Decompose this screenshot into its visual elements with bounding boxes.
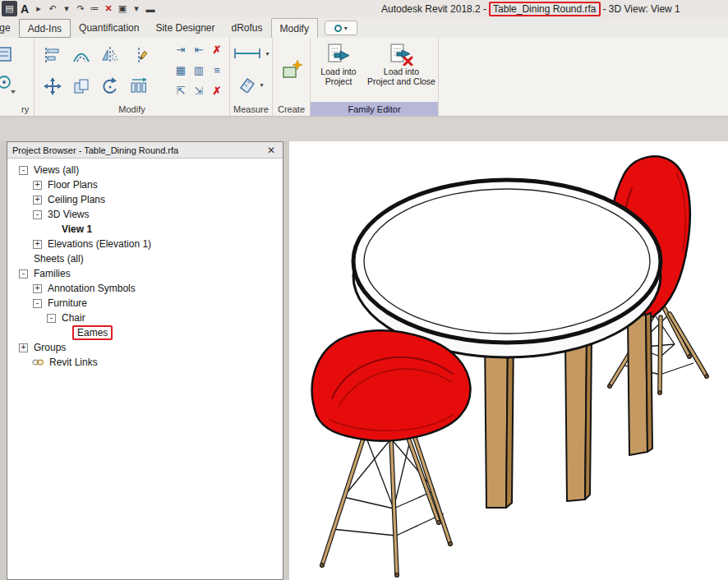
delete-icon[interactable]: ✗ bbox=[208, 81, 226, 101]
project-browser: Project Browser - Table_Dining Round.rfa… bbox=[7, 141, 283, 580]
expand-icon[interactable]: + bbox=[33, 240, 42, 249]
clipped-tool-dropdown-icon[interactable] bbox=[0, 74, 16, 99]
ruler-icon bbox=[238, 76, 258, 93]
ribbon-tabs: nageAdd-InsQuantificationSite DesignerdR… bbox=[0, 18, 318, 38]
measure-panel-label[interactable]: Measure bbox=[230, 102, 272, 116]
tab-nage[interactable]: nage bbox=[0, 18, 19, 38]
family-editor-panel-label: Family Editor bbox=[311, 102, 438, 116]
project-browser-title: Project Browser - Table_Dining Round.rfa bbox=[12, 145, 178, 155]
undo-icon[interactable]: ↶ bbox=[46, 1, 59, 16]
cope-icon[interactable]: ≡ bbox=[208, 60, 226, 81]
tree-item-3d-views[interactable]: -3D Views bbox=[7, 207, 283, 222]
tree-item-families[interactable]: -Families bbox=[7, 266, 283, 281]
array-icon[interactable] bbox=[124, 71, 153, 102]
app-menu-icon[interactable]: ▤ bbox=[2, 1, 17, 16]
collapse-icon[interactable]: - bbox=[19, 269, 28, 278]
tree-item-label: Families bbox=[32, 268, 72, 279]
align-icon[interactable] bbox=[38, 39, 67, 71]
pin-icon[interactable]: ⇱ bbox=[172, 81, 190, 101]
unpin-icon[interactable]: ⇲ bbox=[190, 81, 208, 101]
tree-item-view-1[interactable]: View 1 bbox=[7, 222, 283, 237]
tree-item-groups[interactable]: +Groups bbox=[7, 340, 283, 355]
tree-item-annotation-symbols[interactable]: +Annotation Symbols bbox=[7, 281, 283, 296]
trim-extend-single-icon[interactable]: ⇤ bbox=[190, 39, 208, 60]
ribbon-tab-row: nageAdd-InsQuantificationSite DesignerdR… bbox=[0, 18, 728, 38]
expand-icon[interactable]: + bbox=[33, 284, 42, 293]
tree-item-label: View 1 bbox=[60, 223, 94, 235]
mirror-pick-axis-icon[interactable] bbox=[95, 39, 124, 71]
window-title-filename-highlight: Table_Dining Round.rfa bbox=[489, 2, 600, 16]
clipped-tool-icon[interactable] bbox=[0, 44, 14, 69]
tree-item-chair[interactable]: -Chair bbox=[7, 311, 283, 325]
tree-item-sheets-all-[interactable]: Sheets (all) bbox=[7, 251, 283, 266]
rotate-icon[interactable] bbox=[95, 71, 124, 102]
customize-qat-icon[interactable]: ▬ bbox=[144, 1, 157, 16]
tree-item-label: Furniture bbox=[46, 297, 89, 309]
collapse-icon[interactable]: - bbox=[47, 314, 56, 323]
tree-item-ceiling-plans[interactable]: +Ceiling Plans bbox=[7, 192, 283, 207]
tree-item-label: Eames bbox=[72, 325, 113, 340]
window-title-suffix: - 3D View: View 1 bbox=[603, 3, 680, 15]
tree-item-label: Revit Links bbox=[48, 357, 99, 368]
create-panel-label[interactable]: Create bbox=[273, 102, 310, 116]
modify-small-tools: ⇥ ⇤ ✗ ▦ ▥ ≡ ⇱ ⇲ ✗ bbox=[172, 39, 226, 101]
close-icon[interactable]: ✕ bbox=[265, 145, 278, 156]
tree-item-views-all-[interactable]: -Views (all) bbox=[7, 163, 283, 177]
modify-panel-label[interactable]: Modify bbox=[35, 102, 229, 116]
create-component-icon[interactable] bbox=[280, 58, 303, 81]
tree-item-eames[interactable]: Eames bbox=[7, 325, 283, 340]
load-into-project-label: Load into Project bbox=[320, 67, 356, 86]
switch-windows-caret[interactable]: ▾ bbox=[130, 1, 143, 16]
move-icon[interactable] bbox=[38, 71, 67, 102]
tree-item-floor-plans[interactable]: +Floor Plans bbox=[7, 177, 283, 192]
redo-icon[interactable]: ↷ bbox=[74, 1, 87, 16]
close-hidden-windows-icon[interactable]: ✕ bbox=[102, 1, 115, 16]
tree-item-label: Views (all) bbox=[32, 164, 81, 176]
collapse-icon[interactable]: - bbox=[19, 166, 28, 175]
load-into-project-and-close-label: Load into Project and Close bbox=[367, 67, 435, 86]
copy-icon[interactable] bbox=[67, 71, 95, 102]
3d-view-canvas[interactable] bbox=[289, 141, 728, 580]
measure-along-element-button[interactable]: ▾ bbox=[230, 69, 272, 100]
modify-pointer-icon[interactable]: ▸ bbox=[32, 1, 45, 16]
tab-add-ins[interactable]: Add-Ins bbox=[19, 19, 71, 38]
tree-item-furniture[interactable]: -Furniture bbox=[7, 296, 283, 311]
window-title: Autodesk Revit 2018.2 - Table_Dining Rou… bbox=[381, 1, 680, 17]
load-into-project-and-close-button[interactable]: Load into Project and Close bbox=[366, 40, 436, 102]
trim-extend-corner-icon[interactable]: ⇥ bbox=[172, 39, 190, 60]
offset-icon[interactable] bbox=[67, 39, 95, 71]
browser-tree: -Views (all)+Floor Plans+Ceiling Plans-3… bbox=[7, 159, 283, 579]
mirror-draw-axis-icon[interactable] bbox=[124, 39, 153, 71]
chevron-down-icon: ▾ bbox=[344, 25, 348, 32]
tab-drofus[interactable]: dRofus bbox=[223, 18, 271, 38]
expand-icon[interactable]: + bbox=[33, 196, 42, 205]
collapse-icon[interactable]: - bbox=[33, 210, 42, 219]
quick-access-toolbar: ▤A▸↶▾↷≔✕▣▾▬ bbox=[2, 1, 157, 16]
ribbon-display-options-button[interactable]: ▾ bbox=[325, 21, 357, 35]
tab-modify[interactable]: Modify bbox=[271, 18, 318, 38]
tree-item-revit-links[interactable]: Revit Links bbox=[7, 355, 283, 370]
round-table-top[interactable] bbox=[353, 180, 661, 357]
tree-item-elevations-elevation-1-[interactable]: +Elevations (Elevation 1) bbox=[7, 237, 283, 251]
collapse-icon[interactable]: - bbox=[33, 299, 42, 308]
match-type-icon[interactable]: ▥ bbox=[190, 60, 208, 81]
measure-between-references-button[interactable]: ▾ bbox=[230, 38, 272, 69]
load-into-project-button[interactable]: Load into Project bbox=[314, 40, 363, 102]
create-panel: Create bbox=[273, 38, 311, 116]
split-element-icon[interactable]: ✗ bbox=[208, 39, 226, 60]
ribbon-empty-area bbox=[439, 38, 728, 116]
task-list-icon[interactable]: ≔ bbox=[88, 1, 101, 16]
expand-icon[interactable]: + bbox=[19, 343, 28, 352]
expand-icon[interactable]: + bbox=[33, 181, 42, 190]
drawing-area[interactable] bbox=[289, 141, 728, 580]
eames-chair-left[interactable] bbox=[312, 331, 471, 578]
project-browser-title-bar[interactable]: Project Browser - Table_Dining Round.rfa… bbox=[7, 142, 283, 159]
tree-item-label: Elevations (Elevation 1) bbox=[46, 238, 153, 250]
tab-site-designer[interactable]: Site Designer bbox=[147, 18, 223, 38]
tree-item-label: Floor Plans bbox=[46, 179, 99, 191]
switch-windows-icon[interactable]: ▣ bbox=[116, 1, 129, 16]
undo-caret[interactable]: ▾ bbox=[60, 1, 73, 16]
tab-quantification[interactable]: Quantification bbox=[71, 18, 147, 38]
paste-grid-icon[interactable]: ▦ bbox=[172, 60, 190, 81]
autodesk-logo[interactable]: A bbox=[18, 1, 31, 16]
